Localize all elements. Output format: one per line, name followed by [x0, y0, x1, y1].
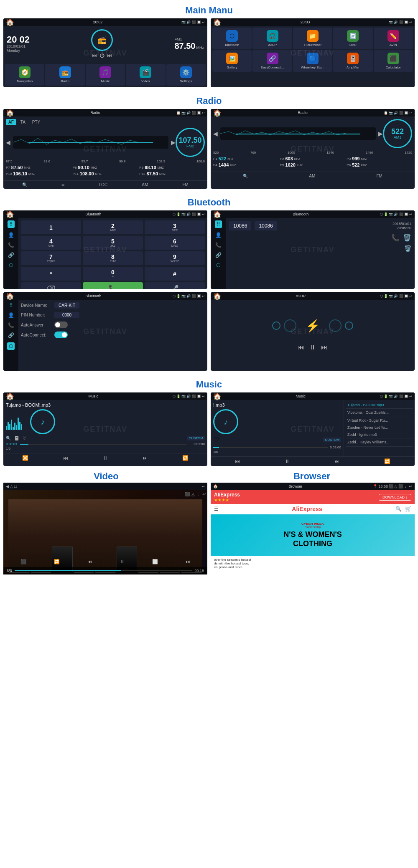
app-music[interactable]: 🎵 Music [86, 64, 125, 86]
dial-call-btn[interactable]: 📞 [83, 282, 143, 289]
browser-home-icon[interactable]: 🏠 [213, 484, 218, 488]
radio-am-search-btn[interactable]: 🔍 [243, 174, 248, 178]
music-pause-icon[interactable]: ⏸ [103, 455, 108, 461]
a2dp-forward-btn[interactable]: ⏭ [321, 344, 328, 351]
app-navigation[interactable]: 🧭 Navigation [5, 64, 44, 86]
playlist-item-0[interactable]: Tujamo - BOOM!.mp3 [346, 402, 413, 409]
playlist-item-3[interactable]: Zaeden - Never Let Yo... [346, 424, 413, 431]
ali-search-icon[interactable]: 🔍 [395, 506, 402, 512]
dial-mic-btn[interactable]: 🎤 [145, 282, 205, 289]
app-calculator[interactable]: ⬛ Calculator [374, 50, 413, 72]
music-right-heart-icon[interactable]: ♡ [213, 436, 219, 444]
call-delete-icon[interactable]: 🗑️ [403, 234, 411, 242]
bt-call-bt-icon[interactable]: ⬡ [216, 262, 220, 268]
preset-p11[interactable]: P11 108.00 MHZ [73, 171, 138, 176]
playlist-item-4[interactable]: Zedd - Ignite.mp3 [346, 431, 413, 438]
music-right-prev-icon[interactable]: ⏮ [235, 458, 240, 464]
freq-right-arrow[interactable]: ▶ [171, 139, 176, 146]
preset-am-p5[interactable]: P5 1620 KHZ [280, 162, 346, 167]
dial-key-3[interactable]: 3 DEF [145, 220, 205, 234]
app-video[interactable]: 🎬 Video [126, 64, 165, 86]
home-icon-bts[interactable]: 🏠 [6, 292, 14, 300]
video-stop-icon[interactable]: ⬜ [152, 559, 158, 564]
music-heart-icon[interactable]: ♡ [23, 436, 26, 440]
radio-am-am-btn[interactable]: AM [309, 174, 315, 178]
dial-key-9[interactable]: 9 WXYZ [145, 251, 205, 265]
bt-call-contacts-icon[interactable]: 👤 [215, 232, 222, 238]
bt-sidebar-contacts-icon[interactable]: 👤 [8, 232, 14, 238]
radio-icon-circle[interactable]: 📻 [91, 29, 113, 51]
bt-call-history-icon[interactable]: 🔗 [215, 252, 222, 258]
rewind-icon[interactable]: ⏮ [92, 53, 97, 58]
dial-key-0[interactable]: 0 + [83, 267, 143, 281]
dial-key-6[interactable]: 6 MNO [145, 236, 205, 250]
music-prev-icon[interactable]: ⏮ [63, 455, 68, 461]
ali-cart-icon[interactable]: 🛒 [405, 506, 411, 512]
home-icon[interactable]: 🏠 [6, 18, 14, 26]
radio-loc-btn[interactable]: LOC [99, 182, 108, 187]
home-icon-rr[interactable]: 🏠 [213, 109, 222, 117]
tab-pty[interactable]: PTY [30, 119, 43, 125]
home-icon-rl[interactable]: 🏠 [6, 109, 14, 117]
freq-left-arrow[interactable]: ◀ [6, 139, 10, 146]
app-wheelkey[interactable]: 🔵 Wheelkey Stu... [293, 50, 332, 72]
music-shuffle-icon[interactable]: 🔀 [22, 455, 28, 461]
dial-delete-btn[interactable]: ⌫ [21, 282, 81, 289]
bt-sidebar-bt-icon[interactable]: ⬡ [9, 262, 13, 268]
a2dp-play-btn[interactable]: ⏸ [309, 344, 316, 351]
music-right-pause-icon[interactable]: ⏸ [285, 458, 290, 464]
app-settings[interactable]: ⚙️ Settings [166, 64, 206, 86]
video-prev-icon[interactable]: ⏮ [87, 559, 92, 564]
tab-af[interactable]: AF [6, 119, 16, 125]
dial-key-5[interactable]: 5 JKL [83, 236, 143, 250]
video-resize-icon[interactable]: ⬛ [185, 492, 190, 496]
music-right-next-icon[interactable]: ⏭ [334, 458, 339, 464]
power-icon[interactable]: ⏻ [99, 53, 104, 58]
preset-p9[interactable]: P9 98.10 MHZ [139, 165, 205, 170]
tab-ta[interactable]: TA [18, 119, 28, 125]
preset-p12[interactable]: P12 87.50 MHZ [139, 171, 205, 176]
forward-icon[interactable]: ⏭ [107, 53, 112, 58]
bt-settings-call-icon[interactable]: 📞 [8, 322, 14, 328]
playlist-item-5[interactable]: Zedd、Hayley Williams... [346, 438, 413, 447]
bt-call-call-icon[interactable]: 📞 [215, 242, 222, 248]
radio-am-btn[interactable]: AM [142, 182, 148, 187]
video-loop-icon[interactable]: 🔁 [54, 559, 60, 564]
music-repeat-icon[interactable]: 🔁 [182, 455, 189, 461]
ali-hamburger-icon[interactable]: ☰ [214, 506, 219, 512]
dial-key-7[interactable]: 7 PQRS [21, 251, 81, 265]
preset-p10[interactable]: P10 106.10 MHZ [6, 171, 71, 176]
radio-am-fm-btn[interactable]: FM [376, 174, 382, 178]
bt-sidebar-call-icon[interactable]: 📞 [8, 242, 14, 248]
app-gallery[interactable]: 🖼️ Gallery [212, 50, 252, 72]
video-back-icon[interactable]: ↩ [202, 492, 206, 496]
video-pause-icon[interactable]: ⏸ [120, 559, 125, 564]
dial-key-hash[interactable]: # [145, 267, 205, 281]
freq-right-arrow-am[interactable]: ▶ [378, 130, 383, 137]
call-phone-icon[interactable]: 📞 [391, 234, 400, 242]
bt-settings-dialpad-icon[interactable]: ⠿ [9, 302, 13, 308]
playlist-item-2[interactable]: Virtual Riot - Sugar Ru... [346, 417, 413, 424]
preset-am-p6[interactable]: P6 522 KHZ [347, 162, 412, 167]
app-bluetooth[interactable]: ⬡ Bluetooth [212, 28, 252, 49]
ali-download-btn[interactable]: DOWNLOAD ↓ [379, 494, 411, 501]
dial-key-star[interactable]: * [21, 267, 81, 281]
auto-answer-toggle[interactable] [54, 321, 68, 328]
radio-fm-btn[interactable]: FM [182, 182, 188, 187]
home-icon-btd[interactable]: 🏠 [6, 210, 14, 218]
freq-left-arrow-am[interactable]: ◀ [213, 130, 218, 137]
preset-p7[interactable]: P7 87.50 MHZ [6, 165, 71, 170]
playlist-item-1[interactable]: Vicetone、Cozi Zuehls... [346, 409, 413, 417]
bt-settings-contacts-icon[interactable]: 👤 [8, 312, 14, 318]
radio-loop-btn[interactable]: ∞ [61, 182, 64, 187]
app-easyconnect[interactable]: 🔗 EasyConnecti... [252, 50, 292, 72]
home-icon-mr[interactable]: 🏠 [213, 392, 222, 400]
app-dvr[interactable]: 🔄 DVR [333, 28, 372, 49]
music-right-repeat-icon[interactable]: 🔁 [384, 458, 390, 464]
video-screen-icon[interactable]: ⬛ [20, 559, 26, 564]
home-icon-ml[interactable]: 🏠 [6, 392, 14, 400]
music-eq-icon[interactable]: 🎚️ [14, 436, 19, 440]
auto-connect-toggle[interactable] [54, 332, 68, 338]
bt-sidebar-history-icon[interactable]: 🔗 [8, 252, 14, 258]
music-progress-bar[interactable] [20, 444, 186, 445]
